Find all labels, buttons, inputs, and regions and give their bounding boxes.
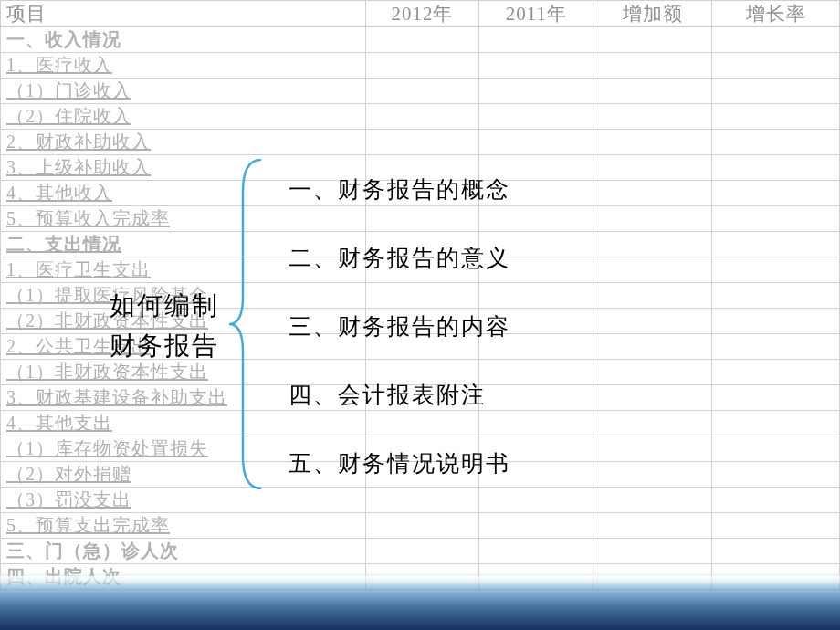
topic-item: 三、财务报告的内容 bbox=[289, 310, 510, 342]
overlay-content: 如何编制 财务报告 一、财务报告的概念二、财务报告的意义三、财务报告的内容四、会… bbox=[110, 91, 510, 433]
table-row: 5、预算支出完成率 bbox=[1, 513, 840, 539]
table-cell bbox=[712, 385, 840, 411]
table-cell bbox=[593, 488, 712, 513]
table-cell bbox=[479, 539, 593, 564]
table-cell bbox=[593, 309, 712, 334]
table-cell bbox=[593, 130, 712, 155]
col-header-item: 项目 bbox=[1, 1, 366, 27]
table-cell bbox=[712, 309, 840, 334]
table-cell bbox=[712, 283, 840, 309]
overlay-title: 如何编制 财务报告 bbox=[110, 286, 219, 366]
topic-item: 四、会计报表附注 bbox=[289, 379, 510, 411]
table-cell bbox=[479, 513, 593, 539]
table-cell bbox=[593, 79, 712, 104]
table-cell bbox=[479, 53, 593, 79]
table-cell bbox=[593, 360, 712, 385]
table-cell bbox=[712, 232, 840, 257]
table-row: 一、收入情况 bbox=[1, 27, 840, 53]
table-cell bbox=[712, 257, 840, 283]
table-cell bbox=[593, 539, 712, 564]
table-cell bbox=[593, 232, 712, 257]
topic-item: 一、财务报告的概念 bbox=[289, 173, 510, 205]
table-cell bbox=[712, 27, 840, 53]
table-cell bbox=[365, 53, 479, 79]
col-header-2012: 2012年 bbox=[365, 1, 479, 27]
table-cell bbox=[712, 411, 840, 436]
row-label: 1、医疗收入 bbox=[1, 53, 366, 79]
table-cell bbox=[712, 79, 840, 104]
table-cell bbox=[593, 513, 712, 539]
topic-item: 五、财务情况说明书 bbox=[289, 447, 510, 479]
table-cell bbox=[712, 360, 840, 385]
col-header-rate: 增长率 bbox=[712, 1, 840, 27]
row-label: 三、门（急）诊人次 bbox=[1, 539, 366, 564]
topic-item: 二、财务报告的意义 bbox=[289, 242, 510, 274]
table-cell bbox=[593, 436, 712, 462]
row-label: 一、收入情况 bbox=[1, 27, 366, 53]
table-row: （3）罚没支出 bbox=[1, 488, 840, 513]
table-cell bbox=[365, 488, 479, 513]
table-cell bbox=[712, 155, 840, 181]
table-cell bbox=[712, 513, 840, 539]
table-cell bbox=[593, 334, 712, 360]
row-label: 5、预算支出完成率 bbox=[1, 513, 366, 539]
col-header-increase: 增加额 bbox=[593, 1, 712, 27]
table-cell bbox=[365, 539, 479, 564]
table-cell bbox=[712, 130, 840, 155]
table-cell bbox=[712, 539, 840, 564]
topics-list: 一、财务报告的概念二、财务报告的意义三、财务报告的内容四、会计报表附注五、财务情… bbox=[289, 173, 510, 479]
table-cell bbox=[712, 334, 840, 360]
table-cell bbox=[365, 513, 479, 539]
table-cell bbox=[593, 206, 712, 232]
table-cell bbox=[712, 104, 840, 130]
table-cell bbox=[593, 385, 712, 411]
table-cell bbox=[365, 27, 479, 53]
table-cell bbox=[593, 27, 712, 53]
table-cell bbox=[712, 488, 840, 513]
table-header-row: 项目 2012年 2011年 增加额 增长率 bbox=[1, 1, 840, 27]
table-cell bbox=[593, 283, 712, 309]
curly-brace-icon bbox=[225, 155, 270, 497]
table-cell bbox=[593, 155, 712, 181]
title-line-2: 财务报告 bbox=[110, 326, 219, 366]
table-cell bbox=[479, 488, 593, 513]
table-cell bbox=[593, 257, 712, 283]
table-cell bbox=[479, 27, 593, 53]
table-cell bbox=[593, 411, 712, 436]
table-cell bbox=[593, 53, 712, 79]
table-cell bbox=[593, 462, 712, 488]
table-cell bbox=[712, 181, 840, 206]
bottom-gradient-decoration bbox=[0, 571, 840, 630]
title-line-1: 如何编制 bbox=[110, 286, 219, 326]
table-cell bbox=[712, 206, 840, 232]
table-cell bbox=[712, 462, 840, 488]
table-cell bbox=[712, 53, 840, 79]
table-cell bbox=[593, 104, 712, 130]
col-header-2011: 2011年 bbox=[479, 1, 593, 27]
table-cell bbox=[712, 436, 840, 462]
table-cell bbox=[593, 181, 712, 206]
table-row: 1、医疗收入 bbox=[1, 53, 840, 79]
table-row: 三、门（急）诊人次 bbox=[1, 539, 840, 564]
row-label: （3）罚没支出 bbox=[1, 488, 366, 513]
